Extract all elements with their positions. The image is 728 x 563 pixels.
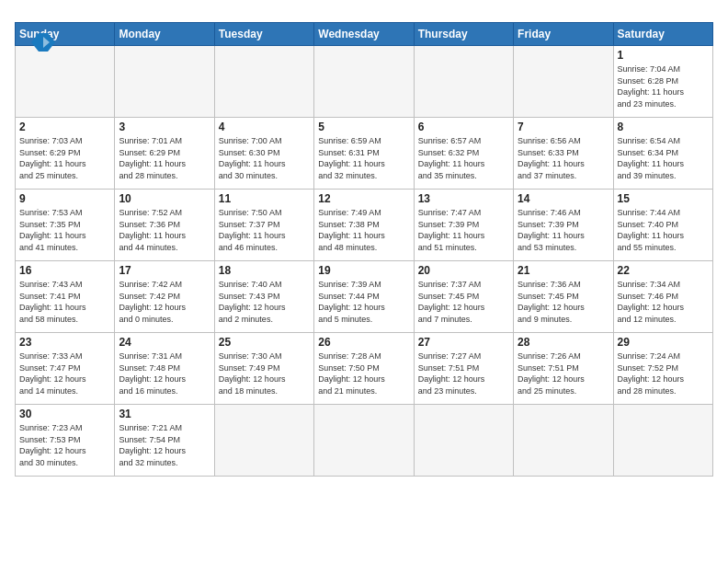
day-info: Sunrise: 7:53 AM Sunset: 7:35 PM Dayligh… [19, 207, 110, 253]
day-cell [514, 405, 613, 477]
weekday-header-tuesday: Tuesday [214, 23, 313, 46]
day-cell: 2Sunrise: 7:03 AM Sunset: 6:29 PM Daylig… [16, 118, 115, 190]
weekday-header-wednesday: Wednesday [314, 23, 414, 46]
day-number: 30 [19, 408, 110, 420]
day-info: Sunrise: 7:03 AM Sunset: 6:29 PM Dayligh… [19, 135, 110, 181]
day-info: Sunrise: 6:54 AM Sunset: 6:34 PM Dayligh… [618, 135, 709, 181]
day-info: Sunrise: 7:31 AM Sunset: 7:48 PM Dayligh… [119, 350, 210, 396]
day-info: Sunrise: 7:36 AM Sunset: 7:45 PM Dayligh… [518, 279, 609, 325]
day-cell [613, 405, 712, 477]
day-number: 5 [318, 121, 409, 133]
day-cell: 7Sunrise: 6:56 AM Sunset: 6:33 PM Daylig… [514, 118, 613, 190]
day-number: 7 [518, 121, 609, 133]
day-cell [115, 46, 214, 118]
day-number: 19 [318, 264, 409, 277]
day-info: Sunrise: 7:04 AM Sunset: 6:28 PM Dayligh… [618, 63, 709, 109]
day-number: 10 [119, 192, 210, 205]
day-info: Sunrise: 7:37 AM Sunset: 7:45 PM Dayligh… [418, 279, 509, 325]
day-number: 29 [618, 336, 709, 349]
day-cell: 19Sunrise: 7:39 AM Sunset: 7:44 PM Dayli… [314, 261, 414, 333]
day-cell: 5Sunrise: 6:59 AM Sunset: 6:31 PM Daylig… [314, 118, 414, 190]
day-cell: 18Sunrise: 7:40 AM Sunset: 7:43 PM Dayli… [214, 261, 313, 333]
day-cell: 16Sunrise: 7:43 AM Sunset: 7:41 PM Dayli… [16, 261, 115, 333]
day-number: 6 [418, 121, 509, 133]
day-cell: 28Sunrise: 7:26 AM Sunset: 7:51 PM Dayli… [514, 333, 613, 405]
week-row-4: 16Sunrise: 7:43 AM Sunset: 7:41 PM Dayli… [16, 261, 713, 333]
day-number: 18 [219, 264, 310, 277]
day-cell: 31Sunrise: 7:21 AM Sunset: 7:54 PM Dayli… [115, 405, 214, 477]
day-info: Sunrise: 7:47 AM Sunset: 7:39 PM Dayligh… [418, 207, 509, 253]
day-cell: 13Sunrise: 7:47 AM Sunset: 7:39 PM Dayli… [414, 190, 513, 261]
weekday-header-friday: Friday [514, 23, 613, 46]
weekday-header-thursday: Thursday [414, 23, 513, 46]
day-number: 1 [618, 49, 709, 62]
day-cell [514, 46, 613, 118]
day-cell [16, 46, 115, 118]
day-number: 24 [119, 336, 210, 349]
day-cell [214, 46, 313, 118]
day-cell: 6Sunrise: 6:57 AM Sunset: 6:32 PM Daylig… [414, 118, 513, 190]
day-cell: 8Sunrise: 6:54 AM Sunset: 6:34 PM Daylig… [613, 118, 712, 190]
day-info: Sunrise: 7:40 AM Sunset: 7:43 PM Dayligh… [219, 279, 310, 325]
day-number: 27 [418, 336, 509, 349]
day-number: 9 [19, 192, 110, 205]
day-cell: 12Sunrise: 7:49 AM Sunset: 7:38 PM Dayli… [314, 190, 414, 261]
day-cell: 17Sunrise: 7:42 AM Sunset: 7:42 PM Dayli… [115, 261, 214, 333]
day-cell: 25Sunrise: 7:30 AM Sunset: 7:49 PM Dayli… [214, 333, 313, 405]
day-info: Sunrise: 7:39 AM Sunset: 7:44 PM Dayligh… [318, 279, 409, 325]
day-info: Sunrise: 7:33 AM Sunset: 7:47 PM Dayligh… [19, 350, 110, 396]
day-cell: 9Sunrise: 7:53 AM Sunset: 7:35 PM Daylig… [16, 190, 115, 261]
day-number: 2 [19, 121, 110, 133]
day-cell: 15Sunrise: 7:44 AM Sunset: 7:40 PM Dayli… [613, 190, 712, 261]
logo [29, 33, 55, 50]
day-number: 20 [418, 264, 509, 277]
week-row-2: 2Sunrise: 7:03 AM Sunset: 6:29 PM Daylig… [16, 118, 713, 190]
weekday-header-saturday: Saturday [613, 23, 712, 46]
day-number: 16 [19, 264, 110, 277]
day-info: Sunrise: 7:50 AM Sunset: 7:37 PM Dayligh… [219, 207, 310, 253]
day-info: Sunrise: 7:34 AM Sunset: 7:46 PM Dayligh… [618, 279, 709, 325]
day-cell: 29Sunrise: 7:24 AM Sunset: 7:52 PM Dayli… [613, 333, 712, 405]
day-info: Sunrise: 7:27 AM Sunset: 7:51 PM Dayligh… [418, 350, 509, 396]
day-info: Sunrise: 7:00 AM Sunset: 6:30 PM Dayligh… [219, 135, 310, 181]
day-cell: 11Sunrise: 7:50 AM Sunset: 7:37 PM Dayli… [214, 190, 313, 261]
day-info: Sunrise: 7:28 AM Sunset: 7:50 PM Dayligh… [318, 350, 409, 396]
weekday-header-monday: Monday [115, 23, 214, 46]
day-info: Sunrise: 7:30 AM Sunset: 7:49 PM Dayligh… [219, 350, 310, 396]
day-info: Sunrise: 7:52 AM Sunset: 7:36 PM Dayligh… [119, 207, 210, 253]
weekday-header-row: SundayMondayTuesdayWednesdayThursdayFrid… [16, 23, 713, 46]
day-cell: 1Sunrise: 7:04 AM Sunset: 6:28 PM Daylig… [613, 46, 712, 118]
day-number: 12 [318, 192, 409, 205]
day-cell: 24Sunrise: 7:31 AM Sunset: 7:48 PM Dayli… [115, 333, 214, 405]
day-cell: 22Sunrise: 7:34 AM Sunset: 7:46 PM Dayli… [613, 261, 712, 333]
day-number: 28 [518, 336, 609, 349]
week-row-1: 1Sunrise: 7:04 AM Sunset: 6:28 PM Daylig… [16, 46, 713, 118]
day-cell: 26Sunrise: 7:28 AM Sunset: 7:50 PM Dayli… [314, 333, 414, 405]
day-number: 15 [618, 192, 709, 205]
day-cell [314, 46, 414, 118]
day-info: Sunrise: 6:57 AM Sunset: 6:32 PM Dayligh… [418, 135, 509, 181]
day-info: Sunrise: 7:49 AM Sunset: 7:38 PM Dayligh… [318, 207, 409, 253]
day-info: Sunrise: 7:01 AM Sunset: 6:29 PM Dayligh… [119, 135, 210, 181]
day-cell [414, 46, 513, 118]
day-number: 14 [518, 192, 609, 205]
logo-icon [31, 33, 55, 52]
day-cell: 20Sunrise: 7:37 AM Sunset: 7:45 PM Dayli… [414, 261, 513, 333]
day-number: 4 [219, 121, 310, 133]
day-cell [314, 405, 414, 477]
day-cell: 30Sunrise: 7:23 AM Sunset: 7:53 PM Dayli… [16, 405, 115, 477]
day-number: 22 [618, 264, 709, 277]
day-info: Sunrise: 7:21 AM Sunset: 7:54 PM Dayligh… [119, 422, 210, 468]
day-info: Sunrise: 7:46 AM Sunset: 7:39 PM Dayligh… [518, 207, 609, 253]
day-number: 11 [219, 192, 310, 205]
day-info: Sunrise: 6:56 AM Sunset: 6:33 PM Dayligh… [518, 135, 609, 181]
day-info: Sunrise: 7:24 AM Sunset: 7:52 PM Dayligh… [618, 350, 709, 396]
day-number: 21 [518, 264, 609, 277]
day-cell [414, 405, 513, 477]
day-info: Sunrise: 7:43 AM Sunset: 7:41 PM Dayligh… [19, 279, 110, 325]
day-cell: 14Sunrise: 7:46 AM Sunset: 7:39 PM Dayli… [514, 190, 613, 261]
day-cell [214, 405, 313, 477]
day-number: 31 [119, 408, 210, 420]
day-cell: 21Sunrise: 7:36 AM Sunset: 7:45 PM Dayli… [514, 261, 613, 333]
day-cell: 10Sunrise: 7:52 AM Sunset: 7:36 PM Dayli… [115, 190, 214, 261]
